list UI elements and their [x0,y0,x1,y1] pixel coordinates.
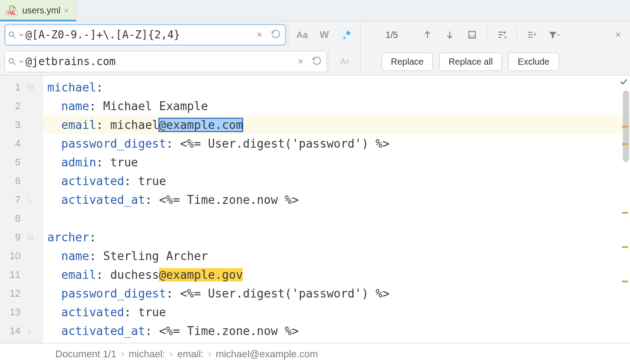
search-match: @example.gov [159,268,243,281]
search-marker[interactable] [622,212,628,214]
search-marker[interactable] [622,143,628,145]
replace-input[interactable] [25,55,292,68]
code-line[interactable]: activated_at: <%= Time.zone.now %> [43,322,630,340]
fold-icon[interactable] [24,234,37,240]
replace-input-wrap[interactable]: × [4,51,327,72]
code-line[interactable]: activated: true [43,303,630,322]
line-number[interactable]: 1 [0,82,24,93]
add-selection-icon[interactable] [494,27,510,42]
code-line[interactable]: activated: true [43,172,630,190]
breadcrumb-item[interactable]: Document 1/1 [55,348,116,360]
svg-line-1 [13,36,16,38]
search-dropdown-icon[interactable] [17,27,25,42]
line-number[interactable]: 5 [0,157,24,168]
next-match-icon[interactable] [442,27,457,42]
code-line[interactable]: archer: [43,228,630,247]
code-line[interactable]: email: michael@example.com [43,116,630,134]
search-match: @example.com [159,118,243,132]
find-nav: 1/5 × [361,21,630,48]
tab-bar: YML users.yml × [0,0,630,21]
line-number[interactable]: 2 [0,100,24,112]
tab-label: users.yml [22,5,61,16]
code-line[interactable]: name: Michael Example [43,97,630,116]
svg-point-0 [9,32,13,36]
line-number[interactable]: 9 [0,232,24,243]
tab-close-icon[interactable]: × [64,7,69,15]
replace-dropdown-icon[interactable] [17,54,25,69]
find-row: × Aa W .* 1/5 [0,21,630,48]
tab-users-yml[interactable]: YML users.yml × [0,0,76,21]
code-line[interactable]: michael: [43,78,630,97]
breadcrumb-separator-icon: › [121,348,124,360]
breadcrumb-separator-icon: › [170,348,173,360]
code-line[interactable]: email: duchess@example.gov [43,265,630,284]
line-number[interactable]: 10 [0,250,24,262]
line-number[interactable]: 14 [0,325,24,337]
svg-rect-5 [469,36,476,38]
history-icon[interactable] [270,29,280,41]
code-line[interactable]: password_digest: <%= User.digest('passwo… [43,134,630,153]
filter-icon[interactable] [547,27,562,42]
breadcrumbs[interactable]: Document 1/1›michael:›email:›michael@exa… [0,343,630,364]
replace-history-icon[interactable] [311,56,321,67]
line-number[interactable]: 7 [0,194,24,206]
line-number[interactable]: 4 [0,138,24,149]
code-line[interactable]: activated_at: <%= Time.zone.now %> [43,190,630,209]
match-count: 1/5 [371,30,413,40]
line-number[interactable]: 12 [0,288,24,299]
find-options: Aa W .* [288,21,361,48]
whole-words-toggle[interactable]: W [317,27,332,42]
editor[interactable]: 1234567891011121314 michael: name: Micha… [0,75,630,343]
preserve-case-toggle[interactable]: AA [337,54,352,69]
line-number[interactable]: 3 [0,119,24,131]
marker-bar[interactable] [622,75,630,343]
replace-buttons: Replace Replace all Exclude [371,53,559,71]
separator [517,27,517,43]
replace-row: × AA Replace Replace all Exclude [0,48,630,75]
find-replace-panel: × Aa W .* 1/5 [0,21,630,75]
gutter[interactable]: 1234567891011121314 [0,75,43,343]
yaml-file-icon: YML [6,6,19,16]
show-filter-icon[interactable] [524,27,539,42]
search-marker[interactable] [622,281,628,282]
line-number[interactable]: 11 [0,269,24,281]
close-find-panel-icon[interactable]: × [615,29,624,41]
yml-badge-text: YML [5,10,17,16]
exclude-button[interactable]: Exclude [508,53,559,71]
replace-all-button[interactable]: Replace all [439,53,502,71]
search-marker[interactable] [622,126,628,128]
code-line[interactable]: admin: true [43,153,630,172]
breadcrumb-separator-icon: › [208,348,211,360]
fold-icon[interactable] [24,197,37,203]
select-all-occurrences-icon[interactable] [464,27,480,42]
breadcrumb-item[interactable]: michael@example.com [216,348,318,360]
line-number[interactable]: 13 [0,306,24,318]
find-input[interactable] [25,29,251,41]
fold-icon[interactable] [24,84,37,91]
svg-point-9 [9,58,13,63]
replace-options: AA [329,48,361,75]
code-area[interactable]: michael: name: Michael Example email: mi… [43,75,630,343]
regex-toggle[interactable]: .* [339,27,354,42]
line-number[interactable]: 6 [0,175,24,187]
breadcrumb-item[interactable]: michael: [128,348,165,360]
find-input-wrap[interactable]: × [4,24,286,46]
code-line[interactable]: password_digest: <%= User.digest('passwo… [43,284,630,303]
search-marker[interactable] [622,246,628,248]
separator [487,27,487,43]
code-line[interactable] [43,209,630,228]
line-number[interactable]: 8 [0,213,24,224]
svg-line-10 [13,63,16,65]
code-line[interactable]: name: Sterling Archer [43,247,630,265]
fold-icon[interactable] [24,328,37,334]
replace-button[interactable]: Replace [381,53,433,71]
clear-find-icon[interactable]: × [257,29,262,41]
clear-replace-icon[interactable]: × [298,56,303,67]
prev-match-icon[interactable] [420,27,435,42]
match-case-toggle[interactable]: Aa [294,27,310,42]
breadcrumb-item[interactable]: email: [178,348,204,360]
inspection-ok-icon[interactable] [619,77,628,88]
